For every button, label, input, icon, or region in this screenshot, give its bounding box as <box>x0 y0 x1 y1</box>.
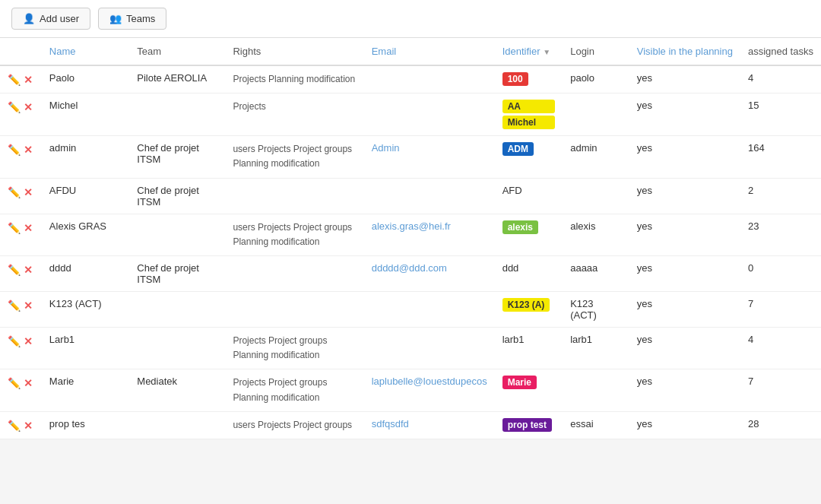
col-header-email[interactable]: Email <box>364 38 495 65</box>
cell-identifier: prop test <box>495 411 563 439</box>
edit-icon[interactable]: ✏️ <box>8 222 21 234</box>
edit-icon[interactable]: ✏️ <box>8 74 21 86</box>
table-header-row: Name Team Rights Email Identifier ▼ Logi… <box>0 38 821 65</box>
cell-visible: yes <box>629 327 740 369</box>
row-actions: ✏️ ✕ <box>8 100 34 113</box>
cell-email: ddddd@ddd.com <box>364 255 495 291</box>
cell-login: paolo <box>563 65 629 94</box>
col-header-team: Team <box>129 38 225 65</box>
col-header-identifier[interactable]: Identifier ▼ <box>495 38 563 65</box>
cell-email: alexis.gras@hei.fr <box>364 214 495 255</box>
toolbar: 👤 Add user 👥 Teams <box>0 0 821 38</box>
cell-visible: yes <box>629 369 740 411</box>
cell-identifier: larb1 <box>495 327 563 369</box>
cell-login <box>563 369 629 411</box>
cell-email <box>364 327 495 369</box>
delete-icon[interactable]: ✕ <box>24 377 33 389</box>
cell-email: sdfqsdfd <box>364 411 495 439</box>
col-header-assigned: assigned tasks <box>740 38 821 65</box>
edit-icon[interactable]: ✏️ <box>8 264 21 276</box>
teams-button[interactable]: 👥 Teams <box>98 8 166 30</box>
cell-team <box>129 94 225 136</box>
identifier-badge: 100 <box>502 72 528 86</box>
edit-icon[interactable]: ✏️ <box>8 420 21 432</box>
table-row: ✏️ ✕ prop tesusers Projects Project grou… <box>0 411 821 439</box>
col-header-login: Login <box>563 38 629 65</box>
cell-visible: yes <box>629 255 740 291</box>
delete-icon[interactable]: ✕ <box>24 74 33 86</box>
identifier-badge: Marie <box>502 376 537 389</box>
delete-icon[interactable]: ✕ <box>24 144 33 156</box>
table-body: ✏️ ✕ PaoloPilote AEROLIAProjects Plannin… <box>0 65 821 439</box>
cell-assigned: 23 <box>740 214 821 255</box>
cell-team <box>129 291 225 327</box>
identifier-badge: prop test <box>502 418 552 432</box>
cell-identifier: alexis <box>495 214 563 255</box>
cell-rights: users Projects Project groups Planning m… <box>225 136 363 178</box>
row-actions: ✏️ ✕ <box>8 262 34 276</box>
cell-rights: Projects Project groups Planning modific… <box>225 327 363 369</box>
delete-icon[interactable]: ✕ <box>24 335 33 347</box>
cell-name: Alexis GRAS <box>42 214 129 255</box>
edit-icon[interactable]: ✏️ <box>8 335 21 347</box>
cell-login <box>563 178 629 214</box>
delete-icon[interactable]: ✕ <box>24 300 33 312</box>
table-row: ✏️ ✕ ddddChef de projet ITSMddddd@ddd.co… <box>0 255 821 291</box>
cell-rights <box>225 255 363 291</box>
add-user-button[interactable]: 👤 Add user <box>11 8 90 30</box>
cell-login: admin <box>563 136 629 178</box>
teams-icon: 👥 <box>109 13 122 24</box>
row-actions: ✏️ ✕ <box>8 376 34 389</box>
add-user-label: Add user <box>40 13 79 24</box>
edit-icon[interactable]: ✏️ <box>8 101 21 113</box>
edit-icon[interactable]: ✏️ <box>8 186 21 198</box>
cell-assigned: 28 <box>740 411 821 439</box>
col-header-rights: Rights <box>225 38 363 65</box>
delete-icon[interactable]: ✕ <box>24 264 33 276</box>
cell-visible: yes <box>629 136 740 178</box>
cell-identifier: K123 (A) <box>495 291 563 327</box>
cell-login <box>563 94 629 136</box>
cell-login: essai <box>563 411 629 439</box>
table-row: ✏️ ✕ adminChef de projet ITSMusers Proje… <box>0 136 821 178</box>
delete-icon[interactable]: ✕ <box>24 186 33 198</box>
delete-icon[interactable]: ✕ <box>24 101 33 113</box>
col-header-visible[interactable]: Visible in the planning <box>629 38 740 65</box>
cell-identifier: AFD <box>495 178 563 214</box>
table-row: ✏️ ✕ Alexis GRASusers Projects Project g… <box>0 214 821 255</box>
edit-icon[interactable]: ✏️ <box>8 144 21 156</box>
identifier-badge: alexis <box>502 220 538 234</box>
edit-icon[interactable]: ✏️ <box>8 377 21 389</box>
cell-team: Chef de projet ITSM <box>129 178 225 214</box>
row-actions: ✏️ ✕ <box>8 185 34 198</box>
cell-visible: yes <box>629 94 740 136</box>
cell-visible: yes <box>629 214 740 255</box>
cell-assigned: 7 <box>740 369 821 411</box>
cell-visible: yes <box>629 291 740 327</box>
identifier-badge: Michel <box>502 116 556 129</box>
cell-email: laplubelle@louestdupecos <box>364 369 495 411</box>
cell-visible: yes <box>629 65 740 94</box>
cell-assigned: 15 <box>740 94 821 136</box>
cell-visible: yes <box>629 411 740 439</box>
table-row: ✏️ ✕ PaoloPilote AEROLIAProjects Plannin… <box>0 65 821 94</box>
col-header-name[interactable]: Name <box>42 38 129 65</box>
table-row: ✏️ ✕ K123 (ACT)K123 (A)K123(ACT)yes7 <box>0 291 821 327</box>
identifier-badge: AA <box>502 100 556 113</box>
cell-assigned: 0 <box>740 255 821 291</box>
delete-icon[interactable]: ✕ <box>24 222 33 234</box>
edit-icon[interactable]: ✏️ <box>8 300 21 312</box>
col-header-actions <box>0 38 42 65</box>
cell-team <box>129 214 225 255</box>
cell-login: aaaaa <box>563 255 629 291</box>
cell-name: Larb1 <box>42 327 129 369</box>
users-table-container: Name Team Rights Email Identifier ▼ Logi… <box>0 38 821 439</box>
cell-name: dddd <box>42 255 129 291</box>
cell-assigned: 4 <box>740 65 821 94</box>
cell-visible: yes <box>629 178 740 214</box>
delete-icon[interactable]: ✕ <box>24 420 33 432</box>
cell-name: K123 (ACT) <box>42 291 129 327</box>
cell-rights <box>225 291 363 327</box>
cell-rights <box>225 178 363 214</box>
cell-team: Chef de projet ITSM <box>129 136 225 178</box>
